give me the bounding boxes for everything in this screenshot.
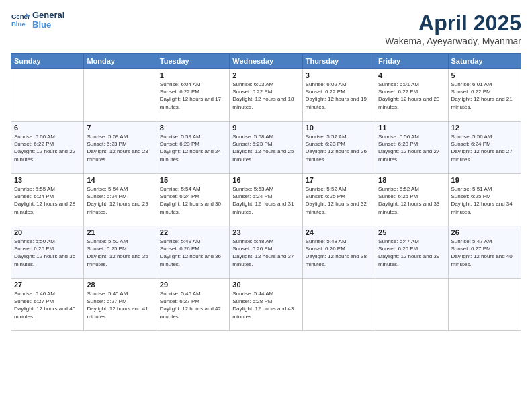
day-info: Sunrise: 5:46 AM Sunset: 6:27 PM Dayligh… bbox=[14, 290, 81, 320]
day-info: Sunrise: 5:59 AM Sunset: 6:23 PM Dayligh… bbox=[87, 133, 153, 163]
location: Wakema, Ayeyarwady, Myanmar bbox=[385, 36, 521, 46]
day-info: Sunrise: 6:04 AM Sunset: 6:22 PM Dayligh… bbox=[160, 81, 226, 111]
calendar-cell: 8Sunrise: 5:59 AM Sunset: 6:23 PM Daylig… bbox=[157, 122, 229, 174]
day-number: 12 bbox=[451, 124, 518, 132]
day-info: Sunrise: 5:56 AM Sunset: 6:23 PM Dayligh… bbox=[378, 133, 445, 163]
day-number: 22 bbox=[160, 228, 226, 236]
calendar-cell: 13Sunrise: 5:55 AM Sunset: 6:24 PM Dayli… bbox=[11, 174, 84, 226]
day-info: Sunrise: 5:59 AM Sunset: 6:23 PM Dayligh… bbox=[160, 133, 226, 163]
day-info: Sunrise: 5:45 AM Sunset: 6:27 PM Dayligh… bbox=[87, 290, 153, 320]
day-number: 4 bbox=[378, 71, 445, 79]
logo: General Blue General Blue bbox=[11, 11, 64, 30]
calendar-cell: 9Sunrise: 5:58 AM Sunset: 6:23 PM Daylig… bbox=[230, 122, 302, 174]
day-number: 18 bbox=[378, 176, 445, 184]
weekday-header: Tuesday bbox=[157, 54, 229, 69]
calendar-cell: 7Sunrise: 5:59 AM Sunset: 6:23 PM Daylig… bbox=[84, 122, 157, 174]
day-info: Sunrise: 5:58 AM Sunset: 6:23 PM Dayligh… bbox=[232, 133, 299, 163]
day-info: Sunrise: 5:48 AM Sunset: 6:26 PM Dayligh… bbox=[232, 238, 299, 268]
weekday-header: Friday bbox=[375, 54, 448, 69]
calendar-cell: 28Sunrise: 5:45 AM Sunset: 6:27 PM Dayli… bbox=[84, 279, 157, 331]
day-number: 23 bbox=[232, 228, 299, 236]
day-number: 29 bbox=[160, 281, 226, 289]
day-info: Sunrise: 6:03 AM Sunset: 6:22 PM Dayligh… bbox=[232, 81, 299, 111]
day-info: Sunrise: 5:47 AM Sunset: 6:27 PM Dayligh… bbox=[451, 238, 518, 268]
day-info: Sunrise: 5:57 AM Sunset: 6:23 PM Dayligh… bbox=[306, 133, 372, 163]
calendar-cell: 18Sunrise: 5:52 AM Sunset: 6:25 PM Dayli… bbox=[375, 174, 448, 226]
day-info: Sunrise: 5:48 AM Sunset: 6:26 PM Dayligh… bbox=[306, 238, 372, 268]
calendar-cell bbox=[302, 279, 375, 331]
weekday-header: Saturday bbox=[448, 54, 521, 69]
day-info: Sunrise: 5:50 AM Sunset: 6:25 PM Dayligh… bbox=[87, 238, 153, 268]
calendar-cell: 10Sunrise: 5:57 AM Sunset: 6:23 PM Dayli… bbox=[302, 122, 375, 174]
day-number: 17 bbox=[306, 176, 372, 184]
calendar-cell bbox=[11, 69, 84, 122]
day-number: 21 bbox=[87, 228, 153, 236]
day-info: Sunrise: 6:02 AM Sunset: 6:22 PM Dayligh… bbox=[306, 81, 372, 111]
day-number: 7 bbox=[87, 124, 153, 132]
calendar-cell: 30Sunrise: 5:44 AM Sunset: 6:28 PM Dayli… bbox=[230, 279, 302, 331]
title-block: April 2025 Wakema, Ayeyarwady, Myanmar bbox=[385, 11, 521, 46]
calendar-cell bbox=[84, 69, 157, 122]
calendar-table: SundayMondayTuesdayWednesdayThursdayFrid… bbox=[11, 53, 521, 331]
day-info: Sunrise: 5:53 AM Sunset: 6:24 PM Dayligh… bbox=[232, 185, 299, 216]
day-info: Sunrise: 5:56 AM Sunset: 6:24 PM Dayligh… bbox=[451, 133, 518, 163]
calendar-cell: 5Sunrise: 6:01 AM Sunset: 6:22 PM Daylig… bbox=[448, 69, 521, 122]
day-info: Sunrise: 5:52 AM Sunset: 6:25 PM Dayligh… bbox=[306, 185, 372, 216]
day-info: Sunrise: 5:52 AM Sunset: 6:25 PM Dayligh… bbox=[378, 185, 445, 216]
weekday-header: Monday bbox=[84, 54, 157, 69]
day-number: 30 bbox=[232, 281, 299, 289]
day-number: 20 bbox=[14, 228, 81, 236]
logo-blue: Blue bbox=[32, 20, 64, 30]
svg-text:Blue: Blue bbox=[11, 20, 26, 28]
day-info: Sunrise: 5:54 AM Sunset: 6:24 PM Dayligh… bbox=[87, 185, 153, 216]
calendar-cell: 26Sunrise: 5:47 AM Sunset: 6:27 PM Dayli… bbox=[448, 226, 521, 279]
day-info: Sunrise: 6:00 AM Sunset: 6:22 PM Dayligh… bbox=[14, 133, 81, 163]
day-number: 28 bbox=[87, 281, 153, 289]
day-number: 14 bbox=[87, 176, 153, 184]
day-info: Sunrise: 5:54 AM Sunset: 6:24 PM Dayligh… bbox=[160, 185, 226, 216]
day-number: 1 bbox=[160, 71, 226, 79]
calendar-week-row: 13Sunrise: 5:55 AM Sunset: 6:24 PM Dayli… bbox=[11, 174, 521, 226]
day-number: 8 bbox=[160, 124, 226, 132]
day-number: 11 bbox=[378, 124, 445, 132]
calendar-header-row: SundayMondayTuesdayWednesdayThursdayFrid… bbox=[11, 54, 521, 69]
calendar-cell: 22Sunrise: 5:49 AM Sunset: 6:26 PM Dayli… bbox=[157, 226, 229, 279]
calendar-week-row: 20Sunrise: 5:50 AM Sunset: 6:25 PM Dayli… bbox=[11, 226, 521, 279]
day-info: Sunrise: 5:50 AM Sunset: 6:25 PM Dayligh… bbox=[14, 238, 81, 268]
day-number: 25 bbox=[378, 228, 445, 236]
calendar-cell: 15Sunrise: 5:54 AM Sunset: 6:24 PM Dayli… bbox=[157, 174, 229, 226]
day-info: Sunrise: 6:01 AM Sunset: 6:22 PM Dayligh… bbox=[378, 81, 445, 111]
day-number: 6 bbox=[14, 124, 81, 132]
calendar-cell: 20Sunrise: 5:50 AM Sunset: 6:25 PM Dayli… bbox=[11, 226, 84, 279]
calendar-cell: 25Sunrise: 5:47 AM Sunset: 6:26 PM Dayli… bbox=[375, 226, 448, 279]
calendar-cell: 2Sunrise: 6:03 AM Sunset: 6:22 PM Daylig… bbox=[230, 69, 302, 122]
calendar-week-row: 6Sunrise: 6:00 AM Sunset: 6:22 PM Daylig… bbox=[11, 122, 521, 174]
calendar-cell: 23Sunrise: 5:48 AM Sunset: 6:26 PM Dayli… bbox=[230, 226, 302, 279]
calendar-week-row: 1Sunrise: 6:04 AM Sunset: 6:22 PM Daylig… bbox=[11, 69, 521, 122]
day-number: 3 bbox=[306, 71, 372, 79]
calendar-cell: 4Sunrise: 6:01 AM Sunset: 6:22 PM Daylig… bbox=[375, 69, 448, 122]
calendar-cell: 1Sunrise: 6:04 AM Sunset: 6:22 PM Daylig… bbox=[157, 69, 229, 122]
day-number: 5 bbox=[451, 71, 518, 79]
calendar-cell: 19Sunrise: 5:51 AM Sunset: 6:25 PM Dayli… bbox=[448, 174, 521, 226]
calendar-cell: 21Sunrise: 5:50 AM Sunset: 6:25 PM Dayli… bbox=[84, 226, 157, 279]
weekday-header: Thursday bbox=[302, 54, 375, 69]
weekday-header: Wednesday bbox=[230, 54, 302, 69]
calendar-cell: 16Sunrise: 5:53 AM Sunset: 6:24 PM Dayli… bbox=[230, 174, 302, 226]
calendar-cell: 27Sunrise: 5:46 AM Sunset: 6:27 PM Dayli… bbox=[11, 279, 84, 331]
day-info: Sunrise: 5:49 AM Sunset: 6:26 PM Dayligh… bbox=[160, 238, 226, 268]
day-info: Sunrise: 6:01 AM Sunset: 6:22 PM Dayligh… bbox=[451, 81, 518, 111]
day-info: Sunrise: 5:47 AM Sunset: 6:26 PM Dayligh… bbox=[378, 238, 445, 268]
day-number: 19 bbox=[451, 176, 518, 184]
calendar-page: General Blue General Blue April 2025 Wak… bbox=[0, 0, 532, 411]
calendar-cell: 14Sunrise: 5:54 AM Sunset: 6:24 PM Dayli… bbox=[84, 174, 157, 226]
calendar-cell: 12Sunrise: 5:56 AM Sunset: 6:24 PM Dayli… bbox=[448, 122, 521, 174]
header: General Blue General Blue April 2025 Wak… bbox=[11, 11, 521, 46]
day-number: 2 bbox=[232, 71, 299, 79]
day-info: Sunrise: 5:44 AM Sunset: 6:28 PM Dayligh… bbox=[232, 290, 299, 320]
calendar-week-row: 27Sunrise: 5:46 AM Sunset: 6:27 PM Dayli… bbox=[11, 279, 521, 331]
calendar-cell: 29Sunrise: 5:45 AM Sunset: 6:27 PM Dayli… bbox=[157, 279, 229, 331]
calendar-cell bbox=[375, 279, 448, 331]
day-number: 13 bbox=[14, 176, 81, 184]
day-info: Sunrise: 5:51 AM Sunset: 6:25 PM Dayligh… bbox=[451, 185, 518, 216]
